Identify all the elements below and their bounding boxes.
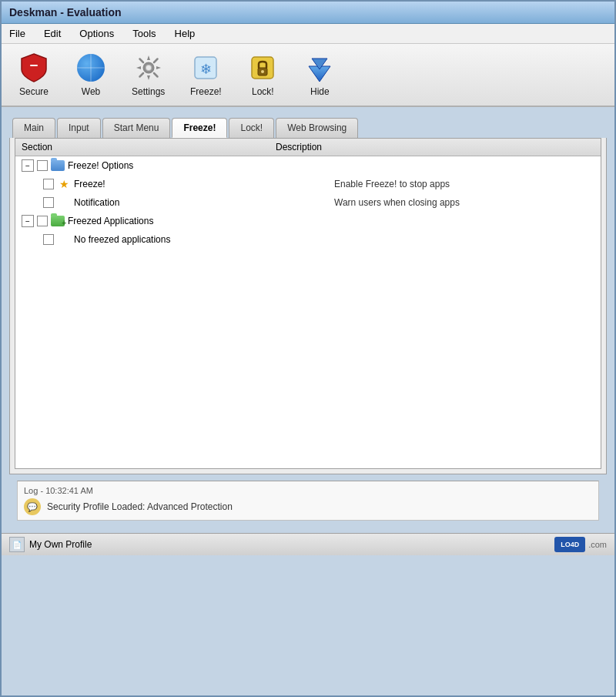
hide-icon [304,52,335,83]
lo4d-badge: LO4D .com [554,537,607,552]
toolbar-hide-label: Hide [310,86,330,97]
menu-tools[interactable]: Tools [129,26,159,41]
content-wrapper: Main Input Start Menu Freeze! Lock! Web … [2,107,614,695]
tree-row-freeze: ★ Freeze! Enable Freeze! to stop apps [15,175,601,193]
toolbar-hide-button[interactable]: Hide [295,49,344,101]
tab-web-browsing[interactable]: Web Browsing [276,118,358,138]
menu-help[interactable]: Help [172,26,199,41]
desc-freeze: Enable Freeze! to stop apps [334,179,594,189]
tree-row-freeze-options: − Freeze! Options [15,156,601,175]
window-title: Deskman - Evaluation [9,6,122,18]
label-no-apps: No freezed applications [74,234,334,245]
tab-lock[interactable]: Lock! [229,118,274,138]
shield-icon [18,52,49,83]
tab-freeze[interactable]: Freeze! [172,118,227,138]
checkbox-freeze-options[interactable] [37,160,48,171]
status-profile: 📄 My Own Profile [9,537,92,552]
status-bar: 📄 My Own Profile LO4D .com [2,533,614,555]
tab-input[interactable]: Input [57,118,101,138]
folder-green-icon [51,214,65,228]
checkbox-no-apps[interactable] [43,234,54,245]
profile-icon: 📄 [9,537,25,552]
expand-freezed-apps[interactable]: − [22,215,34,227]
tab-start-menu[interactable]: Start Menu [102,118,171,138]
toolbar-secure-button[interactable]: Secure [9,49,59,101]
menu-edit[interactable]: Edit [41,26,64,41]
star-icon: ★ [57,177,71,191]
tree-list: Section Description − Freeze! Options [15,138,601,469]
column-section: Section [22,142,276,152]
log-container: Log - 10:32:41 AM 💬 Security Profile Loa… [9,481,607,521]
folder-blue-icon [51,159,65,173]
column-description: Description [276,142,594,152]
toolbar: Secure Web Settings [2,44,614,107]
tab-freeze-content: Section Description − Freeze! Options [9,138,607,474]
svg-point-8 [261,70,264,73]
toolbar-web-label: Web [82,86,100,97]
lock-icon [247,52,278,83]
label-freeze-options: Freeze! Options [68,160,331,171]
lo4d-logo: LO4D [554,537,585,552]
lo4d-text: .com [588,540,607,549]
toolbar-settings-button[interactable]: Settings [123,49,173,101]
toolbar-freeze-label: Freeze! [190,86,222,97]
log-text: Security Profile Loaded: Advanced Protec… [47,501,233,512]
toolbar-freeze-button[interactable]: ❄ Freeze! [181,49,230,101]
freeze-icon: ❄ [190,52,221,83]
log-title: Log - 10:32:41 AM [24,486,592,495]
checkbox-freeze[interactable] [43,179,54,189]
gear-icon [133,52,164,83]
title-bar: Deskman - Evaluation [2,2,614,24]
toolbar-lock-label: Lock! [252,86,274,97]
profile-label: My Own Profile [29,539,92,550]
label-freeze: Freeze! [74,179,334,189]
app-window: Deskman - Evaluation File Edit Options T… [0,0,616,697]
tab-main[interactable]: Main [12,118,55,138]
tab-bar: Main Input Start Menu Freeze! Lock! Web … [9,115,607,138]
globe-icon [75,52,106,83]
list-header: Section Description [15,139,601,156]
menu-file[interactable]: File [6,26,28,41]
no-icon-apps [57,233,71,246]
toolbar-web-button[interactable]: Web [66,49,116,101]
menu-bar: File Edit Options Tools Help [2,24,614,44]
svg-point-3 [146,65,151,70]
desc-notification: Warn users when closing apps [334,197,594,208]
log-bubble-icon: 💬 [24,498,41,515]
menu-options[interactable]: Options [76,26,117,41]
toolbar-secure-label: Secure [19,86,49,97]
tree-row-no-apps: No freezed applications [15,230,601,249]
toolbar-settings-label: Settings [132,86,165,97]
log-area: Log - 10:32:41 AM 💬 Security Profile Loa… [17,481,599,521]
no-icon-notification [57,196,71,209]
label-notification: Notification [74,197,334,208]
expand-freeze-options[interactable]: − [22,159,34,172]
tab-container: Main Input Start Menu Freeze! Lock! Web … [9,115,607,474]
svg-text:❄: ❄ [200,62,212,77]
svg-rect-0 [30,65,38,66]
checkbox-notification[interactable] [43,197,54,208]
label-freezed-apps: Freezed Applications [68,216,331,226]
checkbox-freezed-apps[interactable] [37,216,48,226]
tree-row-freezed-apps: − Freezed Applications [15,212,601,230]
log-entry: 💬 Security Profile Loaded: Advanced Prot… [24,498,592,515]
tree-row-notification: Notification Warn users when closing app… [15,193,601,212]
toolbar-lock-button[interactable]: Lock! [238,49,287,101]
